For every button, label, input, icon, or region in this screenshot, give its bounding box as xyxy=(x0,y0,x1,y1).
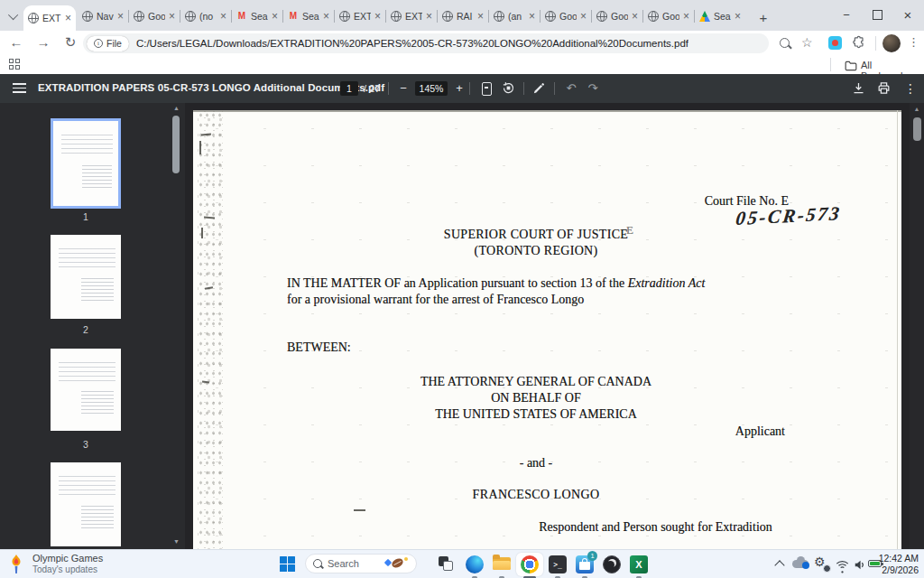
court-region: (TORONTO REGION) xyxy=(265,243,807,259)
pdf-more-menu-icon[interactable]: ⋮ xyxy=(902,81,919,96)
taskbar-search-box[interactable]: Search xyxy=(305,554,417,573)
page-thumbnail-4[interactable] xyxy=(51,462,121,546)
new-tab-button[interactable]: + xyxy=(753,6,774,28)
scan-page-edge xyxy=(897,110,898,549)
sidebar-scroll-down-icon[interactable]: ▼ xyxy=(171,538,182,545)
redo-icon[interactable]: ↷ xyxy=(585,81,601,95)
tab-label: Goo xyxy=(662,11,679,22)
tab-close-icon[interactable]: × xyxy=(735,11,741,22)
tab-close-icon[interactable]: × xyxy=(220,11,226,22)
annotate-pen-icon[interactable] xyxy=(532,81,546,98)
tab-close-icon[interactable]: × xyxy=(529,11,535,22)
fit-page-icon[interactable] xyxy=(482,82,492,96)
undo-icon[interactable]: ↶ xyxy=(563,81,579,95)
tab-nav[interactable]: Nav × xyxy=(78,6,128,26)
widget-text: Olympic Games Today's updates xyxy=(32,553,103,575)
tab-gmail-search[interactable]: M Sea × xyxy=(283,6,334,26)
back-button[interactable]: ← xyxy=(7,34,25,50)
tab-close-icon[interactable]: × xyxy=(65,13,71,23)
page-thumbnail-2[interactable] xyxy=(51,235,121,319)
pdf-menu-icon[interactable] xyxy=(13,83,26,96)
download-icon[interactable] xyxy=(852,81,865,98)
zoom-in-button[interactable]: + xyxy=(451,81,467,95)
tab-strip: EXT × Nav × Goo × (no × M Sea × M Sea × xyxy=(0,0,924,31)
tab-search-button[interactable] xyxy=(5,7,23,25)
tab-google[interactable]: Goo × xyxy=(541,6,591,26)
viewer-scrollbar[interactable]: ▲ xyxy=(910,103,924,549)
forward-button[interactable]: → xyxy=(34,34,52,50)
tab-close-icon[interactable]: × xyxy=(272,11,278,22)
excel-app-icon[interactable]: X xyxy=(630,555,648,573)
tab-close-icon[interactable]: × xyxy=(117,11,124,22)
tab-google[interactable]: Goo × xyxy=(643,6,694,26)
bookmark-star-icon[interactable]: ☆ xyxy=(801,35,813,50)
widget-title: Olympic Games xyxy=(32,553,103,564)
tab-drive-search[interactable]: Sea × xyxy=(695,6,745,26)
zoom-level-value[interactable]: 145% xyxy=(415,81,448,96)
thumbnail-sidebar: 1 2 3 ▲ ▼ xyxy=(0,103,185,549)
reload-button[interactable]: ↻ xyxy=(61,34,79,51)
tab-close-icon[interactable]: × xyxy=(632,11,638,22)
tab-close-icon[interactable]: × xyxy=(169,11,175,22)
terminal-app-icon[interactable]: >_ xyxy=(549,555,567,573)
pdf-toolbar: EXTRADITION PAPERS 05-CR-573 LONGO Addit… xyxy=(0,74,924,103)
tab-close-icon[interactable]: × xyxy=(477,11,484,22)
court-name: SUPERIOR COURT OF JUSTICE xyxy=(265,227,807,243)
wifi-icon[interactable] xyxy=(836,558,849,574)
page-thumbnail-1[interactable] xyxy=(51,118,121,209)
volume-icon[interactable] xyxy=(854,558,866,574)
apps-grid-icon[interactable] xyxy=(9,59,21,70)
chrome-app-icon[interactable] xyxy=(521,555,539,573)
profile-avatar[interactable] xyxy=(882,34,901,52)
print-icon[interactable] xyxy=(877,81,891,98)
tab-extradition[interactable]: EXT × xyxy=(386,6,437,26)
zoom-out-button[interactable]: − xyxy=(395,81,411,95)
window-close-button[interactable]: × xyxy=(893,0,922,29)
tab-gmail-search[interactable]: M Sea × xyxy=(232,6,282,26)
thumbnail-content xyxy=(59,476,115,498)
tab-rai[interactable]: RAI × xyxy=(438,6,488,26)
pdf-viewer: 1 2 3 ▲ ▼ xyxy=(0,103,924,549)
screen-recorder-extension-icon[interactable] xyxy=(828,36,842,50)
edge-app-icon[interactable] xyxy=(466,555,484,573)
tray-chevron-up-icon[interactable] xyxy=(774,560,784,570)
globe-favicon-icon xyxy=(134,11,144,22)
globe-favicon-icon xyxy=(442,11,453,22)
tab-google[interactable]: Goo × xyxy=(129,6,180,26)
window-maximize-button[interactable] xyxy=(863,0,892,29)
tab-extradition-pdf[interactable]: EXT × xyxy=(23,5,76,31)
viewer-scroll-up-icon[interactable]: ▲ xyxy=(910,106,924,112)
onedrive-tray-icon[interactable] xyxy=(792,560,808,568)
browser-menu-icon[interactable]: ⋮ xyxy=(908,35,919,49)
taskbar-clock[interactable]: 12:42 AM 2/9/2026 xyxy=(877,553,919,576)
tab-close-icon[interactable]: × xyxy=(374,11,381,22)
task-view-button[interactable] xyxy=(439,556,455,573)
page-number-input[interactable]: 1 xyxy=(340,81,358,96)
tab-untitled[interactable]: (no × xyxy=(180,6,231,26)
tab-google[interactable]: Goo × xyxy=(592,6,642,26)
tab-extradition[interactable]: EXT × xyxy=(335,6,385,26)
tab-close-icon[interactable]: × xyxy=(426,11,432,22)
file-explorer-app-icon[interactable] xyxy=(493,557,511,570)
and-separator: - and - xyxy=(265,455,807,471)
weather-widget[interactable]: Olympic Games Today's updates xyxy=(7,553,103,575)
file-scheme-chip[interactable]: i File xyxy=(87,36,129,51)
window-minimize-button[interactable]: − xyxy=(832,0,861,29)
extensions-puzzle-icon[interactable] xyxy=(852,35,866,53)
sidebar-scroll-up-icon[interactable]: ▲ xyxy=(171,105,182,111)
thumbnail-content xyxy=(59,362,115,384)
thumbnail-content xyxy=(59,248,115,270)
tab-close-icon[interactable]: × xyxy=(580,11,587,22)
address-bar[interactable]: i File C:/Users/LEGAL/Downloads/EXTRADIT… xyxy=(83,33,769,53)
obs-app-icon[interactable] xyxy=(603,555,621,573)
globe-favicon-icon xyxy=(596,11,607,22)
tab-close-icon[interactable]: × xyxy=(683,11,689,22)
viewer-scrollbar-thumb[interactable] xyxy=(913,117,921,141)
tab-close-icon[interactable]: × xyxy=(323,11,329,22)
rotate-icon[interactable] xyxy=(502,81,515,98)
sidebar-scrollbar-thumb[interactable] xyxy=(172,116,180,173)
tab-an[interactable]: (an × xyxy=(489,6,540,26)
start-button[interactable] xyxy=(280,556,295,572)
page-thumbnail-3[interactable] xyxy=(51,349,121,431)
zoom-page-icon[interactable] xyxy=(780,38,790,48)
